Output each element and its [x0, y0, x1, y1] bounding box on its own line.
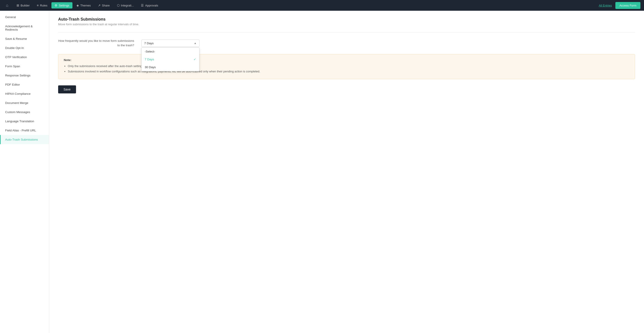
sidebar-item-response-settings[interactable]: Response Settings — [0, 71, 49, 80]
sidebar-item-save-resume[interactable]: Save & Resume — [0, 34, 49, 43]
chevron-up-icon: ▲ — [194, 41, 196, 45]
sidebar-item-custom-messages[interactable]: Custom Messages — [0, 107, 49, 117]
themes-icon: ◈ — [76, 3, 79, 7]
home-button[interactable]: ⌂ — [4, 2, 11, 9]
nav-item-settings[interactable]: ⚙ Settings — [52, 2, 72, 8]
sidebar-item-auto-trash[interactable]: Auto-Trash Submissions — [0, 135, 49, 144]
sidebar-item-document-merge[interactable]: Document Merge — [0, 98, 49, 107]
sidebar-item-otp-verification[interactable]: OTP Verification — [0, 52, 49, 62]
main-content: Auto-Trash Submissions Move form submiss… — [49, 11, 644, 333]
dropdown-option-7days[interactable]: 7 Days ✓ — [142, 55, 199, 63]
rules-icon: ≡ — [37, 3, 38, 7]
access-form-button[interactable]: Access Form — [616, 2, 640, 9]
nav-item-share[interactable]: ↗ Share — [95, 2, 113, 8]
sidebar-item-general[interactable]: General — [0, 12, 49, 22]
nav-approvals-label: Approvals — [145, 4, 158, 7]
sidebar-item-acknowledgement[interactable]: Acknowledgement & Redirects — [0, 22, 49, 34]
nav-item-integrations[interactable]: ⬡ Integrati... — [114, 2, 137, 8]
share-icon: ↗ — [98, 3, 100, 7]
frequency-dropdown-wrapper: 7 Days ▲ -Select- 7 Days ✓ 30 Days — [141, 39, 200, 47]
nav-item-rules[interactable]: ≡ Rules — [34, 2, 50, 8]
frequency-dropdown-menu: -Select- 7 Days ✓ 30 Days — [141, 47, 200, 71]
option-7days-label: 7 Days — [145, 58, 154, 61]
sidebar: General Acknowledgement & Redirects Save… — [0, 11, 49, 333]
nav-builder-label: Builder — [20, 4, 30, 7]
dropdown-option-30days[interactable]: 30 Days — [142, 63, 199, 71]
sidebar-item-field-alias[interactable]: Field Alias - Prefill URL — [0, 126, 49, 135]
nav-item-themes[interactable]: ◈ Themes — [73, 2, 94, 8]
main-layout: General Acknowledgement & Redirects Save… — [0, 11, 644, 333]
nav-settings-label: Settings — [59, 4, 69, 7]
nav-integrations-label: Integrati... — [121, 4, 134, 7]
frequency-row: How frequently would you like to move fo… — [58, 39, 635, 48]
settings-icon: ⚙ — [54, 3, 58, 7]
integrations-icon: ⬡ — [117, 3, 120, 7]
sidebar-item-form-span[interactable]: Form Span — [0, 62, 49, 71]
nav-item-builder[interactable]: ⊞ Builder — [14, 2, 33, 8]
frequency-label: How frequently would you like to move fo… — [58, 39, 134, 48]
divider — [58, 32, 635, 32]
nav-themes-label: Themes — [80, 4, 91, 7]
all-entries-button[interactable]: All Entries — [599, 4, 612, 7]
sidebar-item-language-translation[interactable]: Language Translation — [0, 117, 49, 126]
save-button[interactable]: Save — [58, 85, 76, 93]
check-icon: ✓ — [194, 58, 196, 61]
option-30days-label: 30 Days — [145, 65, 156, 69]
page-title: Auto-Trash Submissions — [58, 17, 635, 22]
approvals-icon: ☰ — [141, 3, 144, 7]
nav-item-approvals[interactable]: ☰ Approvals — [138, 2, 161, 8]
page-subtitle: Move form submissions to the trash at re… — [58, 22, 635, 26]
dropdown-option-select[interactable]: -Select- — [142, 48, 199, 55]
top-navigation: ⌂ ⊞ Builder ≡ Rules ⚙ Settings ◈ Themes … — [0, 0, 644, 11]
sidebar-item-hipaa-compliance[interactable]: HIPAA Compliance — [0, 89, 49, 98]
dropdown-selected-value: 7 Days — [144, 41, 154, 45]
sidebar-item-double-opt-in[interactable]: Double Opt-In — [0, 43, 49, 52]
sidebar-item-pdf-editor[interactable]: PDF Editor — [0, 80, 49, 89]
nav-rules-label: Rules — [40, 4, 48, 7]
frequency-dropdown-trigger[interactable]: 7 Days ▲ — [141, 39, 200, 47]
nav-share-label: Share — [102, 4, 110, 7]
builder-icon: ⊞ — [16, 3, 19, 7]
option-select-label: -Select- — [145, 50, 155, 53]
